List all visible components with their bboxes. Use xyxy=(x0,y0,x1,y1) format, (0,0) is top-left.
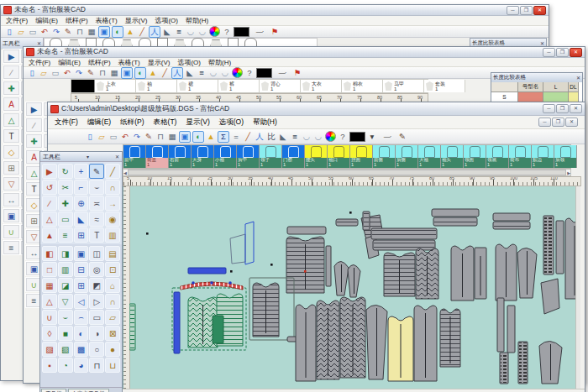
tool-icon[interactable]: ◇ xyxy=(3,144,20,159)
tool-icon[interactable]: ⌢ xyxy=(74,310,89,325)
pattern-cell[interactable]: 前中1 xyxy=(123,145,146,168)
toolbar-color-triangle-icon[interactable]: ▲ xyxy=(206,132,216,142)
menu-item[interactable]: 编辑(E) xyxy=(87,118,111,128)
maximize-button[interactable]: ❐ xyxy=(520,6,533,15)
tool-icon[interactable]: ✚ xyxy=(58,196,73,211)
toolbar-table-icon[interactable]: ▦ xyxy=(87,27,97,37)
pattern-type-cell[interactable]: 套装1 xyxy=(424,80,465,92)
pattern-cell[interactable]: 后领1 xyxy=(554,145,577,168)
toolbar-show-pattern-icon[interactable]: ▣ xyxy=(179,131,191,143)
pattern-list-bar[interactable]: 前中1袋盖1右前1大身1小袖1后中1领子1门襟1腰头1袖口1挂面1前侧1后侧1大… xyxy=(123,144,571,169)
pattern-cell[interactable]: 挂面1 xyxy=(350,145,373,168)
tool-icon[interactable]: + xyxy=(74,164,89,179)
toolbar-open-folder-icon[interactable]: ▱ xyxy=(97,132,107,142)
menu-item[interactable]: 编辑(E) xyxy=(35,16,58,25)
tool-icon[interactable]: ◨ xyxy=(58,246,73,261)
toolbar-pen-tool-icon[interactable]: ✎ xyxy=(397,132,407,142)
toolbar-line-style-icon[interactable]: —· xyxy=(274,68,291,78)
pattern-type-cell[interactable]: 大衣1 xyxy=(301,80,342,92)
tool-icon[interactable]: ∪ xyxy=(3,224,20,239)
menu-item[interactable]: 纸样(P) xyxy=(88,58,111,67)
tool-icon[interactable]: △ xyxy=(42,212,57,227)
pattern-cell[interactable]: 袖口1 xyxy=(328,145,350,168)
tool-icon[interactable]: ⊞ xyxy=(74,227,89,243)
toolbar-show-pattern-icon[interactable]: ▣ xyxy=(98,26,110,38)
close-button[interactable]: ✕ xyxy=(570,104,582,113)
menu-item[interactable]: 表格(T) xyxy=(118,58,140,67)
tool-icon[interactable]: ↻ xyxy=(58,164,73,179)
toolbar-ramp-icon[interactable]: ◣ xyxy=(162,27,172,37)
toolbar-redo-icon[interactable]: ↷ xyxy=(74,68,84,78)
palette-tab[interactable]: 自定义工具栏 xyxy=(68,389,109,392)
toolbar-align-icon[interactable]: ≡ xyxy=(174,27,184,37)
pattern-cell[interactable]: 大身1 xyxy=(192,145,214,168)
pattern-cell[interactable]: 门襟1 xyxy=(282,145,305,168)
tool-icon[interactable]: → xyxy=(105,196,120,211)
tool-icon[interactable]: ▥ xyxy=(58,262,73,277)
palette-title[interactable]: 工具栏▾✕ xyxy=(40,152,122,162)
tool-icon[interactable]: ▶ xyxy=(25,102,43,117)
canvas-scrollbar[interactable] xyxy=(575,186,580,389)
tool-icon[interactable]: ◉ xyxy=(105,212,120,227)
toolbar-brush-icon[interactable]: ╱ xyxy=(160,68,170,78)
tool-icon[interactable]: ╱ xyxy=(105,164,120,179)
menu-item[interactable]: 编辑(E) xyxy=(58,58,81,67)
tool-icon[interactable]: ✚ xyxy=(25,133,43,149)
palette-close-icon[interactable]: ✕ xyxy=(115,154,119,159)
toolbar-open-folder-icon[interactable]: ▱ xyxy=(16,27,26,37)
toolbar-undo-icon[interactable]: ↶ xyxy=(120,132,130,142)
tool-icon[interactable]: ⊞ xyxy=(3,160,20,175)
tool-icon[interactable]: ◕ xyxy=(74,358,89,373)
palette-close-icon[interactable]: ✕ xyxy=(37,40,41,46)
toolbar-stand-icon[interactable]: ⊓ xyxy=(97,68,108,78)
tool-grid-pattern[interactable]: ◧◨▣◫▤□▥⊟◎⊡▦◪⊞◩⌂△▽◁▷∩∪⌣⌢▭▱◊■◐◑⊠▨▧▩○●▪◔◕⊓⊔ xyxy=(40,244,122,387)
pattern-cell[interactable]: 腰头1 xyxy=(305,145,328,168)
toolbar-brush-icon[interactable]: ╱ xyxy=(243,132,253,142)
pattern-cell[interactable]: 前侧1 xyxy=(373,145,396,168)
tool-icon[interactable]: ⊕ xyxy=(74,196,89,211)
tool-icon[interactable]: T xyxy=(89,227,104,243)
menu-item[interactable]: 选项(O) xyxy=(177,58,201,67)
toolbar-pen-icon[interactable]: ✎ xyxy=(63,27,73,37)
tool-icon[interactable]: ◫ xyxy=(89,246,104,261)
toolbar-undo-icon[interactable]: ↶ xyxy=(39,27,50,37)
pattern-bar-scrollbar[interactable]: ◀ ▶ xyxy=(123,169,571,176)
toolbar-show-3d-icon[interactable]: ◐ xyxy=(112,26,123,38)
panel-close-icon[interactable]: ✕ xyxy=(540,40,544,46)
design-canvas[interactable] xyxy=(123,186,580,389)
tool-icon[interactable]: ✚ xyxy=(3,81,20,96)
panel-close-icon[interactable]: ✕ xyxy=(576,75,580,81)
pattern-type-cell[interactable]: 马甲1 xyxy=(383,80,424,92)
tool-icon[interactable]: ⊠ xyxy=(105,326,120,341)
toolbar-save-icon[interactable]: ▭ xyxy=(108,132,118,142)
tool-icon[interactable]: A xyxy=(3,97,20,112)
tool-icon[interactable]: ▲ xyxy=(42,227,57,243)
tool-icon[interactable]: ▣ xyxy=(74,246,89,261)
toolbar-color-triangle-icon[interactable]: ▲ xyxy=(125,27,135,37)
tool-icon[interactable]: ⊔ xyxy=(105,358,120,373)
close-button[interactable]: ✕ xyxy=(533,6,546,15)
pattern-bar[interactable]: 上衣1袖1裙1裤1背心1大衣1棉衣1马甲1套装1 xyxy=(71,79,428,93)
maximize-button[interactable]: ❐ xyxy=(556,48,569,57)
toolbar-align-icon[interactable]: ≡ xyxy=(290,132,300,142)
toolbar-cup-left-icon[interactable]: ◡ xyxy=(186,27,196,37)
tool-icon[interactable]: ⊓ xyxy=(89,358,104,373)
toolbar-color-swatch-icon[interactable] xyxy=(256,68,272,78)
menu-item[interactable]: 显示(V) xyxy=(148,58,171,67)
pattern-cell[interactable]: 袋布1 xyxy=(509,145,532,168)
tool-icon[interactable]: ◣ xyxy=(74,212,89,227)
tool-icon[interactable]: ∩ xyxy=(105,180,120,195)
scroll-right-icon[interactable]: ▶ xyxy=(567,170,570,175)
tool-icon[interactable]: ⊡ xyxy=(105,262,120,277)
tool-icon[interactable]: ● xyxy=(105,342,120,357)
toolbar-cup-left-icon[interactable]: ◡ xyxy=(302,132,312,142)
toolbar-figure-icon[interactable]: 人 xyxy=(149,26,160,38)
toolbar-brush-icon[interactable]: ╱ xyxy=(137,27,147,37)
title-bar[interactable]: 未命名 - 富怡服装CAD ─ ❐ ✕ xyxy=(24,47,585,58)
toolbar-redo-icon[interactable]: ↷ xyxy=(132,132,142,142)
tool-icon[interactable]: ≡ xyxy=(3,240,20,255)
menu-item[interactable]: 帮助(H) xyxy=(253,118,277,128)
toolbar-cup-right-icon[interactable]: ◡ xyxy=(313,132,323,142)
palette-tab[interactable]: 工具栏 xyxy=(41,389,66,392)
toolbar-ratio-icon[interactable]: 比 xyxy=(266,132,276,142)
